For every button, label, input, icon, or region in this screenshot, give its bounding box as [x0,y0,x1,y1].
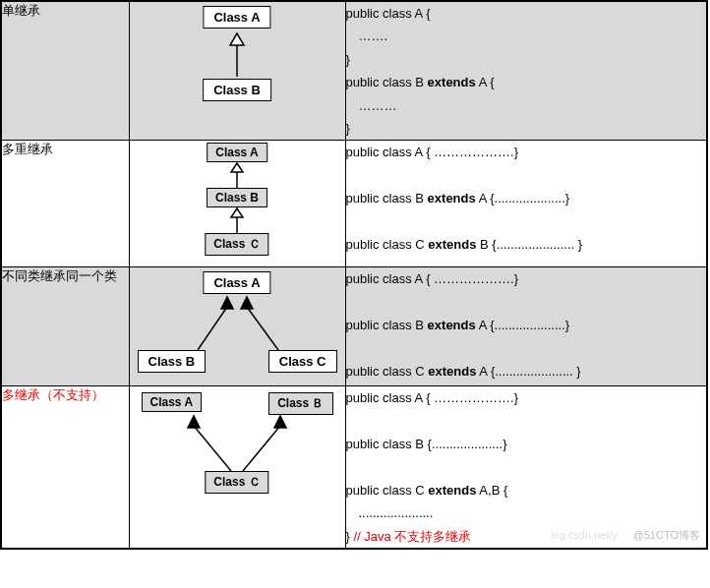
watermark-faint: log.csdn.net/y [551,526,618,546]
svg-marker-4 [231,208,243,217]
arrows-converge-icon [158,414,316,471]
label-text: 多继承（不支持） [2,387,104,402]
class-a-box: Class A [203,271,270,294]
row3-diagram: Class A Class B Class C [129,267,345,386]
class-c-box: Class Ｃ [205,233,268,256]
row2-diagram: Class A Class B Class Ｃ [129,141,345,267]
label-text: 多重继承 [2,142,53,156]
arrow-up-icon [227,162,247,188]
row2-code: public class A { ……………….}public class B … [345,141,707,267]
class-b-box: Class B [207,188,267,207]
svg-line-7 [198,307,227,350]
label-text: 不同类继承同一个类 [2,268,117,283]
class-a-box: Class A [207,143,267,162]
arrow-up-icon [222,31,252,77]
row1-code: public class A { …….}public class B exte… [345,1,707,141]
row4-code: public class A { ……………….}public class B … [345,386,707,549]
row1-label: 单继承 [1,1,129,141]
row4-label: 多继承（不支持） [1,386,129,549]
class-a-box: Class A [203,6,270,29]
row4-diagram: Class A Class Ｂ Class Ｃ [129,386,345,549]
row3-label: 不同类继承同一个类 [1,267,129,386]
arrow-up-icon [227,207,247,233]
label-text: 单继承 [2,3,40,18]
row3-code: public class A { ……………….}public class B … [345,267,707,386]
arrows-split-icon [168,295,306,350]
svg-line-9 [247,307,278,350]
svg-marker-0 [230,33,244,45]
svg-line-13 [243,426,280,471]
code-block: public class A { ……………….}public class B … [346,386,707,548]
row2-label: 多重继承 [1,141,129,267]
class-b-box: Class B [203,79,271,101]
svg-marker-2 [231,163,243,172]
class-c-box: Class C [268,350,337,373]
class-b-box: Class Ｂ [268,392,332,415]
class-a-box: Class A [142,392,203,412]
row1-diagram: Class A Class B [129,1,345,141]
code-block: public class A { ……………….}public class B … [346,141,707,256]
inheritance-table: 单继承 Class A Class B public class A { …….… [0,0,708,550]
watermark: @51CTO博客 [633,526,700,546]
code-block: public class A { ……………….}public class B … [346,267,707,382]
class-b-box: Class B [138,350,207,373]
class-c-box: Class Ｃ [205,471,268,494]
svg-line-11 [194,426,231,471]
code-block: public class A { …….}public class B exte… [346,2,707,140]
